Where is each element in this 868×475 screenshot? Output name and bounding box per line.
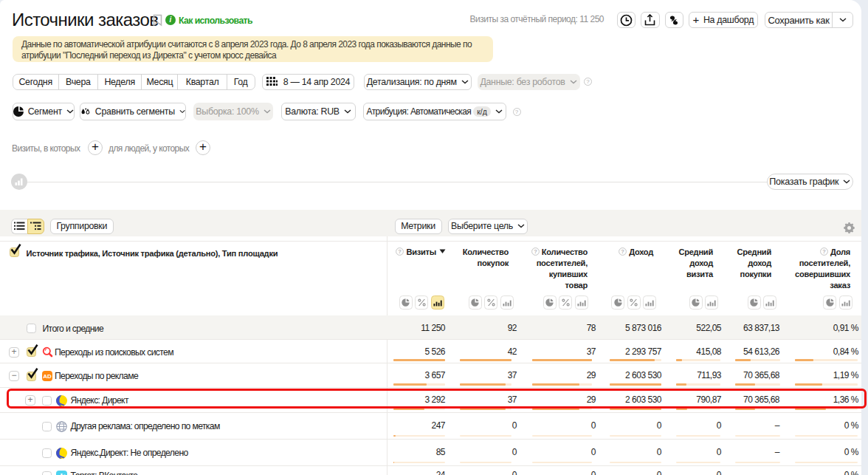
svg-text:?: ? bbox=[621, 248, 624, 255]
svg-text:AD: AD bbox=[43, 373, 52, 380]
svg-text:?: ? bbox=[399, 248, 402, 255]
svg-text:?: ? bbox=[534, 248, 537, 255]
svg-text:?: ? bbox=[822, 248, 826, 255]
